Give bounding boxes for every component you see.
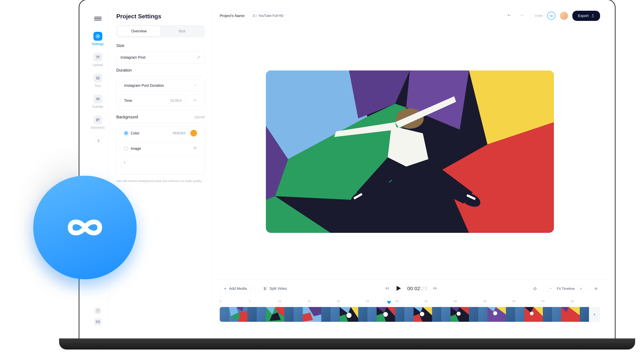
user-initials-badge[interactable]: SK: [547, 12, 556, 20]
keyboard-icon[interactable]: [94, 318, 102, 325]
zoom-in-button[interactable]: +: [578, 285, 584, 292]
swap-icon: [193, 98, 197, 103]
clip-thumbnail[interactable]: [220, 307, 257, 322]
play-button[interactable]: [395, 285, 402, 293]
time-field[interactable]: Time 01:00.0: [120, 94, 186, 107]
waveform-button[interactable]: [592, 285, 600, 293]
controls-bar: Add Media Split Video 00:02:23: [212, 279, 608, 298]
svg-point-3: [97, 56, 97, 57]
timecode-frames: 23: [422, 286, 428, 291]
upload-action[interactable]: Upload: [194, 115, 205, 119]
add-media-button[interactable]: Add Media: [220, 284, 251, 293]
undo-button[interactable]: [505, 12, 513, 20]
pencil-icon: [197, 56, 200, 60]
nav-upload[interactable]: Upload: [90, 50, 105, 70]
add-media-label: Add Media: [229, 286, 247, 291]
tab-size[interactable]: Size: [161, 26, 204, 36]
tick: 30: [395, 300, 424, 307]
skip-back-button[interactable]: [384, 286, 390, 292]
preset-label: YouTube Full HD: [258, 14, 284, 18]
video-track[interactable]: +: [220, 307, 600, 322]
svg-point-39: [264, 289, 265, 290]
clip-thumbnail[interactable]: [368, 307, 404, 322]
video-canvas[interactable]: [266, 70, 554, 233]
nav-label: Settings: [92, 42, 104, 46]
svg-rect-11: [96, 320, 100, 323]
radio-checked-icon: [124, 131, 128, 135]
panel-title: Project Settings: [116, 13, 205, 20]
resolution-preset[interactable]: YouTube Full HD: [249, 12, 291, 20]
half-circle-icon: [94, 136, 102, 145]
chevron-down-icon: [194, 84, 197, 88]
playhead[interactable]: [387, 301, 391, 304]
nav-text[interactable]: Text: [90, 71, 105, 90]
tick: 20: [337, 300, 366, 307]
bg-color-label: Color: [131, 131, 170, 135]
clip-thumbnail[interactable]: [515, 307, 552, 322]
tick: 10: [278, 300, 308, 307]
zoom-out-button[interactable]: −: [547, 285, 554, 292]
svg-point-65: [420, 312, 424, 316]
nav-elements[interactable]: Elements: [90, 113, 105, 132]
infinity-badge: [33, 176, 137, 279]
svg-rect-7: [98, 99, 99, 100]
bg-image-option[interactable]: Image: [120, 143, 201, 154]
clip-thumbnail[interactable]: [552, 307, 589, 322]
nav-subtitle[interactable]: Subtitle: [90, 92, 105, 111]
export-button[interactable]: Export: [572, 11, 600, 21]
timeline-ruler[interactable]: 0 5 10 15 20 25 30 35 40 45 50 55 60: [220, 300, 600, 307]
svg-point-70: [456, 312, 461, 316]
timeline: 0 5 10 15 20 25 30 35 40 45 50 55 60: [212, 298, 608, 331]
tick: 35: [424, 300, 454, 307]
audio-help-text: udio will remove background noise and en…: [116, 179, 205, 183]
duration-preset-value: Instagram Post Duration: [124, 83, 164, 88]
bg-color-option[interactable]: Color #636363: [120, 126, 201, 140]
tick: 50: [512, 300, 542, 307]
size-value: Instagram Post: [120, 55, 146, 60]
left-nav: Settings Upload Text Subtitle Elements: [87, 8, 109, 331]
time-label: Time: [124, 99, 132, 103]
help-icon[interactable]: [94, 307, 102, 314]
clip-thumbnail[interactable]: [330, 307, 368, 322]
bg-color-hex: #636363: [173, 131, 186, 135]
split-video-button[interactable]: Split Video: [260, 284, 290, 293]
nav-more[interactable]: [90, 134, 105, 148]
clip-thumbnail[interactable]: [441, 307, 478, 322]
size-field[interactable]: Instagram Post: [116, 51, 205, 63]
clip-thumbnail[interactable]: [478, 307, 515, 322]
svg-point-55: [346, 313, 352, 318]
svg-rect-12: [96, 321, 97, 321]
timecode-main: 00:02:: [407, 286, 422, 291]
size-label: Size: [116, 43, 205, 48]
color-swatch[interactable]: [190, 130, 197, 136]
duration-preset[interactable]: Instagram Post Duration: [120, 80, 201, 92]
time-value: 01:00.0: [170, 99, 182, 103]
svg-rect-6: [97, 99, 98, 100]
topbar: Project's Name YouTube Full HD Invite SK…: [212, 8, 608, 24]
subtitle-icon: [94, 94, 102, 103]
monitor-icon: [252, 14, 257, 17]
clip-thumbnail[interactable]: [257, 307, 294, 322]
skip-forward-button[interactable]: [432, 286, 438, 292]
clip-thumbnail[interactable]: [294, 307, 330, 322]
tick: 15: [308, 300, 336, 307]
nav-settings[interactable]: Settings: [90, 29, 105, 49]
fit-label: Fit Timeline: [557, 287, 575, 291]
bg-third-option[interactable]: r: [120, 157, 201, 168]
svg-point-75: [493, 311, 497, 315]
settings-panel: Project Settings Overview Size Size Inst…: [109, 8, 212, 331]
project-name[interactable]: Project's Name: [220, 14, 245, 18]
invite-link[interactable]: Invite: [535, 14, 543, 18]
redo-button[interactable]: [518, 12, 526, 20]
clip-thumbnail[interactable]: [404, 307, 441, 322]
swap-button[interactable]: [188, 94, 201, 107]
menu-icon[interactable]: [94, 15, 102, 22]
avatar[interactable]: [560, 12, 568, 20]
tab-overview[interactable]: Overview: [118, 26, 161, 36]
tick: 40: [454, 300, 483, 307]
add-clip-button[interactable]: +: [589, 307, 600, 322]
nav-label: Text: [95, 84, 101, 88]
volume-button[interactable]: [532, 285, 540, 293]
infinity-icon: [56, 213, 114, 242]
scissors-icon: [264, 287, 267, 290]
